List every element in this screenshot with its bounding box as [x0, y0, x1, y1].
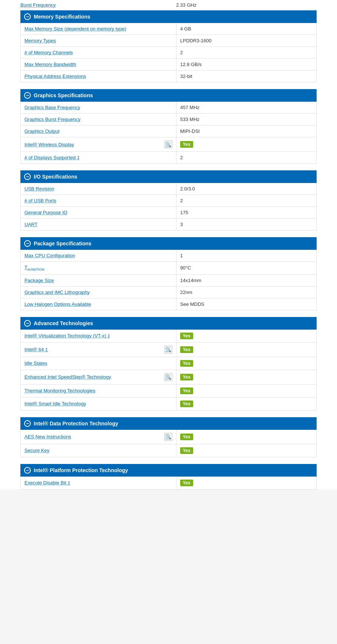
section-header-package[interactable]: − Package Specifications	[20, 237, 317, 250]
row-label-text: General Purpose IO	[24, 210, 67, 215]
collapse-icon[interactable]: −	[24, 13, 31, 20]
search-icon[interactable]: 🔍	[164, 140, 172, 148]
table-row: Execute Disable Bit ‡Yes	[21, 477, 317, 490]
label-cell[interactable]: Enhanced Intel SpeedStep® Technology 🔍	[21, 370, 176, 384]
table-row: Secure KeyYes	[21, 444, 317, 457]
label-cell[interactable]: Memory Types	[21, 35, 176, 47]
sections-container: − Memory Specifications Max Memory Size …	[20, 10, 317, 490]
collapse-icon[interactable]: −	[24, 240, 31, 247]
section-platform-protection: − Intel® Platform Protection Technology …	[20, 464, 317, 490]
table-row: Intel® Virtualization Technology (VT-x) …	[21, 330, 317, 343]
row-label-text: Thermal Monitoring Technologies	[24, 388, 95, 393]
value-cell: 32-bit	[176, 71, 317, 82]
collapse-icon[interactable]: −	[24, 92, 31, 99]
label-cell[interactable]: # of Memory Channels	[21, 47, 176, 59]
label-cell: Low Halogen Options Available	[21, 298, 176, 310]
row-label-text: Graphics Output	[24, 128, 60, 134]
label-cell[interactable]: Physical Address Extensions	[21, 71, 176, 82]
table-row: Physical Address Extensions32-bit	[21, 71, 317, 82]
section-header-memory[interactable]: − Memory Specifications	[20, 10, 317, 23]
label-cell: General Purpose IO	[21, 207, 176, 219]
label-cell: Package Size	[21, 274, 176, 286]
row-label-text: Low Halogen Options Available	[24, 301, 91, 307]
section-data-protection: − Intel® Data Protection Technology AES …	[20, 417, 317, 457]
table-row: AES New Instructions 🔍 Yes	[21, 430, 317, 444]
burst-frequency-value: 2.33 GHz	[176, 2, 317, 8]
row-label-text: Execute Disable Bit ‡	[24, 480, 70, 486]
table-row: # of Memory Channels2	[21, 47, 317, 59]
section-title: Memory Specifications	[34, 14, 90, 20]
label-cell[interactable]: USB Revision	[21, 183, 176, 195]
search-icon[interactable]: 🔍	[164, 373, 172, 381]
row-label-text: # of Memory Channels	[24, 50, 73, 55]
table-row: USB Revision2.0/3.0	[21, 183, 317, 195]
row-label-text: Graphics and IMC Lithography	[24, 290, 90, 295]
search-icon[interactable]: 🔍	[164, 346, 172, 354]
value-cell: Yes	[176, 330, 317, 343]
value-cell: Yes	[176, 370, 317, 384]
row-label-text: Intel® Wireless Display	[24, 142, 74, 147]
row-label-text: Graphics Base Frequency	[24, 105, 80, 110]
section-title: I/O Specifications	[34, 174, 77, 180]
table-row: UART3	[21, 219, 317, 231]
section-title: Graphics Specifications	[34, 92, 93, 98]
value-cell: Yes	[176, 444, 317, 457]
label-cell[interactable]: Secure Key	[21, 444, 176, 457]
collapse-icon[interactable]: −	[24, 173, 31, 180]
value-cell: 1	[176, 250, 317, 262]
section-header-platform-protection[interactable]: − Intel® Platform Protection Technology	[20, 464, 317, 477]
label-cell[interactable]: Graphics Output	[21, 125, 176, 137]
section-header-advanced[interactable]: − Advanced Technologies	[20, 317, 317, 330]
table-row: Graphics OutputMIPI-DSI	[21, 125, 317, 137]
label-cell[interactable]: TJUNCTION	[21, 262, 176, 275]
table-row: General Purpose IO175	[21, 207, 317, 219]
value-cell: MIPI-DSI	[176, 125, 317, 137]
value-cell: 2	[176, 152, 317, 164]
collapse-icon[interactable]: −	[24, 420, 31, 427]
row-label-text: Graphics Burst Frequency	[24, 117, 80, 122]
label-cell[interactable]: Graphics Base Frequency	[21, 102, 176, 114]
table-row: Graphics Base Frequency457 MHz	[21, 102, 317, 114]
row-label-text: Physical Address Extensions	[24, 73, 86, 79]
label-cell[interactable]: Max Memory Size (dependent on memory typ…	[21, 23, 176, 35]
value-cell: Yes	[176, 357, 317, 370]
burst-frequency-row: Burst Frequency 2.33 GHz	[20, 0, 317, 10]
search-icon[interactable]: 🔍	[164, 433, 172, 441]
spec-table-memory: Max Memory Size (dependent on memory typ…	[20, 23, 317, 82]
row-label-text: Enhanced Intel SpeedStep® Technology	[24, 374, 111, 380]
yes-badge: Yes	[180, 374, 193, 380]
yes-badge: Yes	[180, 141, 193, 148]
label-cell[interactable]: Max Memory Bandwidth	[21, 59, 176, 71]
row-label-text: Intel® 64 ‡	[24, 347, 48, 352]
label-cell[interactable]: AES New Instructions 🔍	[21, 430, 176, 444]
row-label-text: USB Revision	[24, 186, 54, 192]
row-label-text: Max Memory Bandwidth	[24, 62, 76, 67]
value-cell: Yes	[176, 342, 317, 357]
section-memory: − Memory Specifications Max Memory Size …	[20, 10, 317, 82]
label-cell[interactable]: Intel® Wireless Display 🔍	[21, 137, 176, 152]
yes-badge: Yes	[180, 346, 193, 353]
collapse-icon[interactable]: −	[24, 467, 31, 474]
section-header-data-protection[interactable]: − Intel® Data Protection Technology	[20, 417, 317, 430]
section-package: − Package Specifications Max CPU Configu…	[20, 237, 317, 310]
value-cell: 4 GB	[176, 23, 317, 35]
value-cell: 175	[176, 207, 317, 219]
table-row: Graphics Burst Frequency533 MHz	[21, 114, 317, 125]
section-header-io[interactable]: − I/O Specifications	[20, 170, 317, 183]
yes-badge: Yes	[180, 401, 193, 407]
section-header-graphics[interactable]: − Graphics Specifications	[20, 89, 317, 102]
value-cell: 12.8 GB/s	[176, 59, 317, 71]
table-row: Thermal Monitoring TechnologiesYes	[21, 384, 317, 397]
spec-table-io: USB Revision2.0/3.0# of USB Ports2Genera…	[20, 183, 317, 231]
table-row: Graphics and IMC Lithography22nm	[21, 286, 317, 298]
label-cell: UART	[21, 219, 176, 231]
label-cell[interactable]: Thermal Monitoring Technologies	[21, 384, 176, 397]
spec-table-graphics: Graphics Base Frequency457 MHzGraphics B…	[20, 102, 317, 164]
value-cell: 22nm	[176, 286, 317, 298]
collapse-icon[interactable]: −	[24, 320, 31, 327]
table-row: Intel® 64 ‡ 🔍 Yes	[21, 342, 317, 357]
label-cell: Intel® 64 ‡ 🔍	[21, 342, 176, 357]
row-label-text: Secure Key	[24, 448, 49, 453]
row-label-text: Max CPU Configuration	[24, 253, 75, 258]
label-cell: Intel® Virtualization Technology (VT-x) …	[21, 330, 176, 343]
